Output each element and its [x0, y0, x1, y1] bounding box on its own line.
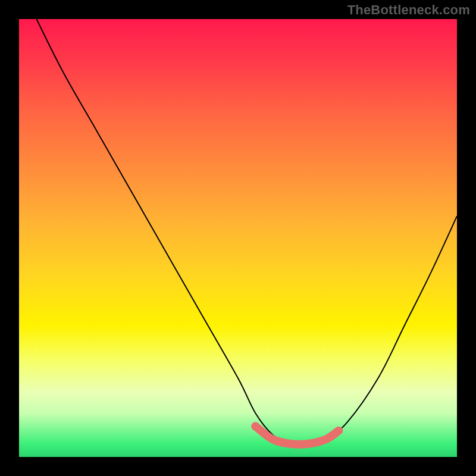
chart-svg [19, 19, 457, 457]
primary-curve [36, 19, 457, 444]
chart-plot-area [19, 19, 457, 457]
highlight-segment [255, 426, 339, 444]
chart-frame: TheBottleneck.com [0, 0, 476, 476]
watermark-text: TheBottleneck.com [347, 2, 470, 18]
highlight-dot [251, 422, 259, 431]
